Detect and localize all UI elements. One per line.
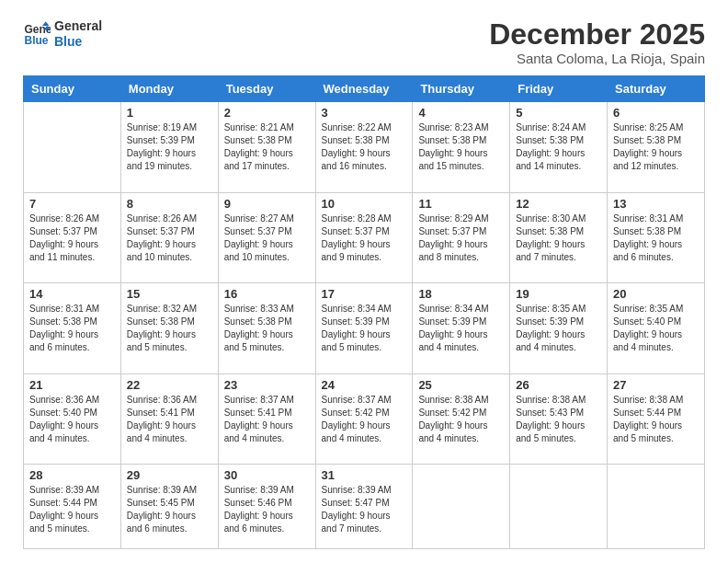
day-info: Sunrise: 8:33 AM Sunset: 5:38 PM Dayligh… — [224, 303, 310, 354]
col-wednesday: Wednesday — [315, 76, 413, 102]
day-number: 26 — [516, 378, 601, 392]
day-number: 24 — [322, 378, 407, 392]
calendar-cell: 12Sunrise: 8:30 AM Sunset: 5:38 PM Dayli… — [510, 192, 608, 283]
day-number: 21 — [29, 378, 115, 392]
calendar-cell: 16Sunrise: 8:33 AM Sunset: 5:38 PM Dayli… — [218, 283, 315, 374]
day-info: Sunrise: 8:26 AM Sunset: 5:37 PM Dayligh… — [29, 213, 115, 264]
day-info: Sunrise: 8:36 AM Sunset: 5:40 PM Dayligh… — [29, 394, 115, 445]
day-info: Sunrise: 8:24 AM Sunset: 5:38 PM Dayligh… — [516, 121, 601, 173]
calendar-table: Sunday Monday Tuesday Wednesday Thursday… — [23, 75, 705, 549]
day-number: 13 — [613, 197, 699, 211]
day-number: 28 — [29, 468, 115, 482]
calendar-cell: 23Sunrise: 8:37 AM Sunset: 5:41 PM Dayli… — [218, 373, 315, 465]
day-info: Sunrise: 8:31 AM Sunset: 5:38 PM Dayligh… — [613, 213, 699, 264]
logo: General Blue General Blue — [23, 18, 102, 50]
day-info: Sunrise: 8:38 AM Sunset: 5:44 PM Dayligh… — [613, 394, 699, 445]
col-saturday: Saturday — [608, 76, 705, 102]
day-info: Sunrise: 8:38 AM Sunset: 5:42 PM Dayligh… — [418, 394, 504, 445]
day-number: 8 — [127, 197, 212, 211]
calendar-cell: 25Sunrise: 8:38 AM Sunset: 5:42 PM Dayli… — [413, 373, 510, 465]
calendar-week-row: 1Sunrise: 8:19 AM Sunset: 5:39 PM Daylig… — [24, 102, 705, 193]
day-info: Sunrise: 8:34 AM Sunset: 5:39 PM Dayligh… — [418, 303, 504, 354]
col-friday: Friday — [510, 76, 608, 102]
day-number: 3 — [322, 106, 407, 120]
calendar-cell: 14Sunrise: 8:31 AM Sunset: 5:38 PM Dayli… — [24, 283, 121, 374]
day-number: 16 — [224, 287, 310, 301]
calendar-cell: 15Sunrise: 8:32 AM Sunset: 5:38 PM Dayli… — [120, 283, 218, 374]
day-number: 20 — [613, 287, 699, 301]
day-number: 9 — [224, 197, 310, 211]
col-monday: Monday — [120, 76, 218, 102]
calendar-cell: 19Sunrise: 8:35 AM Sunset: 5:39 PM Dayli… — [510, 283, 608, 374]
calendar-week-row: 28Sunrise: 8:39 AM Sunset: 5:44 PM Dayli… — [24, 465, 705, 549]
calendar-week-row: 7Sunrise: 8:26 AM Sunset: 5:37 PM Daylig… — [24, 192, 705, 283]
calendar-cell — [24, 102, 121, 193]
calendar-cell: 13Sunrise: 8:31 AM Sunset: 5:38 PM Dayli… — [608, 192, 705, 283]
calendar-cell: 31Sunrise: 8:39 AM Sunset: 5:47 PM Dayli… — [315, 465, 413, 549]
day-number: 5 — [516, 106, 601, 120]
month-title: December 2025 — [489, 18, 705, 51]
day-info: Sunrise: 8:21 AM Sunset: 5:38 PM Dayligh… — [224, 121, 310, 173]
location: Santa Coloma, La Rioja, Spain — [489, 51, 705, 66]
day-info: Sunrise: 8:19 AM Sunset: 5:39 PM Dayligh… — [127, 121, 212, 173]
calendar-cell: 24Sunrise: 8:37 AM Sunset: 5:42 PM Dayli… — [315, 373, 413, 465]
day-info: Sunrise: 8:39 AM Sunset: 5:46 PM Dayligh… — [224, 484, 310, 535]
calendar-cell: 18Sunrise: 8:34 AM Sunset: 5:39 PM Dayli… — [413, 283, 510, 374]
col-tuesday: Tuesday — [218, 76, 315, 102]
calendar-cell: 22Sunrise: 8:36 AM Sunset: 5:41 PM Dayli… — [120, 373, 218, 465]
calendar-cell: 30Sunrise: 8:39 AM Sunset: 5:46 PM Dayli… — [218, 465, 315, 549]
calendar-cell: 21Sunrise: 8:36 AM Sunset: 5:40 PM Dayli… — [24, 373, 121, 465]
day-info: Sunrise: 8:28 AM Sunset: 5:37 PM Dayligh… — [322, 213, 407, 264]
calendar-cell: 20Sunrise: 8:35 AM Sunset: 5:40 PM Dayli… — [608, 283, 705, 374]
calendar-cell: 2Sunrise: 8:21 AM Sunset: 5:38 PM Daylig… — [218, 102, 315, 193]
day-info: Sunrise: 8:35 AM Sunset: 5:39 PM Dayligh… — [516, 303, 601, 354]
calendar-cell: 8Sunrise: 8:26 AM Sunset: 5:37 PM Daylig… — [120, 192, 218, 283]
calendar-cell: 3Sunrise: 8:22 AM Sunset: 5:38 PM Daylig… — [315, 102, 413, 193]
calendar-cell: 9Sunrise: 8:27 AM Sunset: 5:37 PM Daylig… — [218, 192, 315, 283]
day-info: Sunrise: 8:25 AM Sunset: 5:38 PM Dayligh… — [613, 121, 699, 173]
day-info: Sunrise: 8:32 AM Sunset: 5:38 PM Dayligh… — [127, 303, 212, 354]
calendar-body: 1Sunrise: 8:19 AM Sunset: 5:39 PM Daylig… — [24, 102, 705, 549]
calendar-cell: 27Sunrise: 8:38 AM Sunset: 5:44 PM Dayli… — [608, 373, 705, 465]
day-number: 14 — [29, 287, 115, 301]
day-info: Sunrise: 8:23 AM Sunset: 5:38 PM Dayligh… — [418, 121, 504, 173]
day-number: 2 — [224, 106, 310, 120]
day-number: 1 — [127, 106, 212, 120]
calendar-cell: 6Sunrise: 8:25 AM Sunset: 5:38 PM Daylig… — [608, 102, 705, 193]
day-info: Sunrise: 8:39 AM Sunset: 5:45 PM Dayligh… — [127, 484, 212, 535]
day-number: 4 — [418, 106, 504, 120]
calendar-cell: 1Sunrise: 8:19 AM Sunset: 5:39 PM Daylig… — [120, 102, 218, 193]
page: General Blue General Blue December 2025 … — [0, 0, 728, 563]
day-number: 6 — [613, 106, 699, 120]
calendar-cell: 10Sunrise: 8:28 AM Sunset: 5:37 PM Dayli… — [315, 192, 413, 283]
day-info: Sunrise: 8:37 AM Sunset: 5:41 PM Dayligh… — [224, 394, 310, 445]
logo-text-line2: Blue — [54, 34, 102, 50]
header: General Blue General Blue December 2025 … — [23, 18, 705, 66]
col-thursday: Thursday — [413, 76, 510, 102]
calendar-cell — [608, 465, 705, 549]
calendar-cell: 4Sunrise: 8:23 AM Sunset: 5:38 PM Daylig… — [413, 102, 510, 193]
calendar-cell: 28Sunrise: 8:39 AM Sunset: 5:44 PM Dayli… — [24, 465, 121, 549]
day-number: 25 — [418, 378, 504, 392]
day-number: 31 — [322, 468, 407, 482]
calendar-cell: 5Sunrise: 8:24 AM Sunset: 5:38 PM Daylig… — [510, 102, 608, 193]
day-number: 27 — [613, 378, 699, 392]
day-info: Sunrise: 8:37 AM Sunset: 5:42 PM Dayligh… — [322, 394, 407, 445]
day-info: Sunrise: 8:26 AM Sunset: 5:37 PM Dayligh… — [127, 213, 212, 264]
day-number: 22 — [127, 378, 212, 392]
calendar-cell — [510, 465, 608, 549]
day-number: 30 — [224, 468, 310, 482]
day-info: Sunrise: 8:39 AM Sunset: 5:44 PM Dayligh… — [29, 484, 115, 535]
day-number: 7 — [29, 197, 115, 211]
calendar-week-row: 21Sunrise: 8:36 AM Sunset: 5:40 PM Dayli… — [24, 373, 705, 465]
logo-text-line1: General — [54, 18, 102, 34]
calendar-cell: 26Sunrise: 8:38 AM Sunset: 5:43 PM Dayli… — [510, 373, 608, 465]
day-number: 23 — [224, 378, 310, 392]
day-info: Sunrise: 8:36 AM Sunset: 5:41 PM Dayligh… — [127, 394, 212, 445]
col-sunday: Sunday — [24, 76, 121, 102]
day-info: Sunrise: 8:27 AM Sunset: 5:37 PM Dayligh… — [224, 213, 310, 264]
calendar-cell: 29Sunrise: 8:39 AM Sunset: 5:45 PM Dayli… — [120, 465, 218, 549]
day-number: 17 — [322, 287, 407, 301]
logo-icon: General Blue — [23, 20, 51, 48]
svg-text:Blue: Blue — [25, 33, 49, 46]
